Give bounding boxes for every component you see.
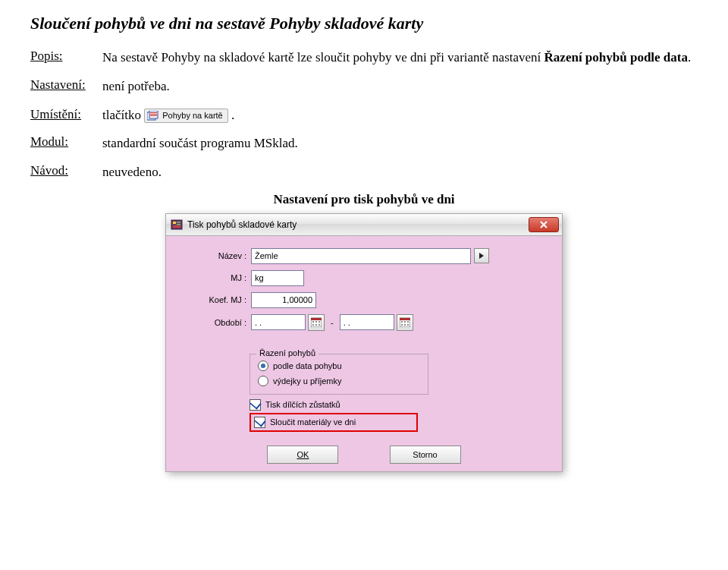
svg-rect-18 [312, 324, 314, 326]
dialog-window: Tisk pohybů skladové karty Název : Žemle… [165, 213, 563, 472]
close-icon [540, 221, 548, 228]
check-sloucit-materialy[interactable]: Sloučit materiály ve dni [254, 417, 356, 428]
svg-rect-26 [401, 324, 403, 326]
radio-podle-data[interactable]: podle data pohybu [258, 361, 420, 371]
popis-text-pre: Na sestavě Pohyby na skladové kartě lze … [102, 50, 544, 65]
svg-rect-25 [407, 321, 409, 323]
storno-button-label: Storno [413, 450, 437, 459]
nazev-input[interactable]: Žemle [251, 248, 471, 264]
ok-button-label: OK [297, 450, 309, 459]
svg-rect-27 [404, 324, 406, 326]
dialog-titlebar[interactable]: Tisk pohybů skladové karty [165, 213, 563, 235]
calendar-icon [311, 317, 322, 327]
popis-text-post: . [688, 50, 691, 65]
svg-rect-14 [311, 318, 322, 320]
svg-rect-24 [404, 321, 406, 323]
umisteni-post: . [231, 108, 234, 122]
dialog-title: Tisk pohybů skladové karty [187, 219, 529, 230]
svg-rect-6 [173, 222, 176, 224]
svg-rect-23 [401, 321, 403, 323]
radio-dot-icon [258, 376, 268, 386]
pohyby-na-karte-label: Pohyby na kartě [162, 110, 223, 121]
mj-input[interactable]: kg [251, 270, 304, 286]
def-label-navod: Návod: [30, 163, 102, 178]
radio-vydejky-label: výdejky u příjemky [273, 376, 341, 386]
obdobi-from-input[interactable]: . . [251, 314, 306, 330]
koef-label: Koef. MJ : [177, 295, 251, 304]
def-value-modul: standardní součást programu MSklad. [102, 134, 698, 153]
ok-button[interactable]: OK [267, 446, 338, 464]
def-label-popis: Popis: [30, 49, 102, 64]
def-label-nastaveni: Nastavení: [30, 77, 102, 93]
checkbox-icon [254, 417, 265, 428]
obdobi-to-input[interactable]: . . [340, 314, 394, 330]
svg-rect-16 [315, 321, 317, 323]
svg-rect-19 [315, 324, 317, 326]
koef-input[interactable]: 1,00000 [251, 292, 316, 308]
def-value-navod: neuvedeno. [102, 163, 698, 181]
play-icon [479, 253, 485, 259]
def-label-umisteni: Umístění: [30, 107, 102, 122]
def-value-popis: Na sestavě Pohyby na skladové kartě lze … [102, 49, 698, 67]
section-heading: Sloučení pohybů ve dni na sestavě Pohyby… [30, 14, 698, 33]
svg-rect-22 [400, 318, 410, 320]
def-value-umisteni: tlačítko Pohyby na kartě . [102, 106, 698, 124]
def-value-nastaveni: není potřeba. [102, 77, 698, 96]
calendar-icon [400, 317, 410, 327]
svg-rect-17 [318, 321, 320, 323]
svg-rect-15 [312, 321, 314, 323]
card-icon [147, 111, 159, 121]
radio-dot-icon [258, 361, 268, 371]
nazev-label: Název : [177, 251, 251, 260]
def-label-modul: Modul: [30, 134, 102, 150]
obdobi-to-calendar-button[interactable] [397, 314, 413, 331]
umisteni-pre: tlačítko [102, 108, 144, 122]
radio-podle-data-label: podle data pohybu [273, 361, 342, 370]
obdobi-label: Období : [177, 318, 251, 327]
svg-marker-12 [479, 253, 484, 259]
svg-rect-7 [177, 222, 180, 223]
checkbox-icon [249, 399, 261, 411]
svg-rect-20 [318, 324, 320, 326]
obdobi-from-calendar-button[interactable] [308, 314, 325, 331]
mj-label: MJ : [177, 273, 251, 282]
obdobi-range-dash: - [331, 318, 334, 327]
pohyby-na-karte-button[interactable]: Pohyby na kartě [144, 109, 228, 123]
razeni-pohybu-group: Řazení pohybů podle data pohybu výdejky … [249, 354, 428, 395]
check-tisk-dilcich[interactable]: Tisk dílčích zůstatků [249, 399, 551, 411]
close-button[interactable] [529, 217, 559, 232]
radio-vydejky-u-prijemky[interactable]: výdejky u příjemky [258, 376, 420, 386]
screenshot-caption: Nastavení pro tisk pohybů ve dni [30, 192, 698, 207]
svg-rect-9 [173, 225, 180, 228]
popis-text-bold: Řazení pohybů podle data [544, 50, 688, 65]
storno-button[interactable]: Storno [390, 446, 461, 464]
check-tisk-dilcich-label: Tisk dílčích zůstatků [265, 400, 340, 409]
razeni-pohybu-title: Řazení pohybů [256, 348, 318, 357]
svg-rect-28 [407, 324, 409, 326]
highlight-frame: Sloučit materiály ve dni [249, 413, 418, 432]
nazev-lookup-button[interactable] [474, 248, 489, 263]
app-icon [171, 219, 183, 231]
check-sloucit-materialy-label: Sloučit materiály ve dni [270, 417, 356, 427]
svg-rect-8 [177, 224, 180, 225]
